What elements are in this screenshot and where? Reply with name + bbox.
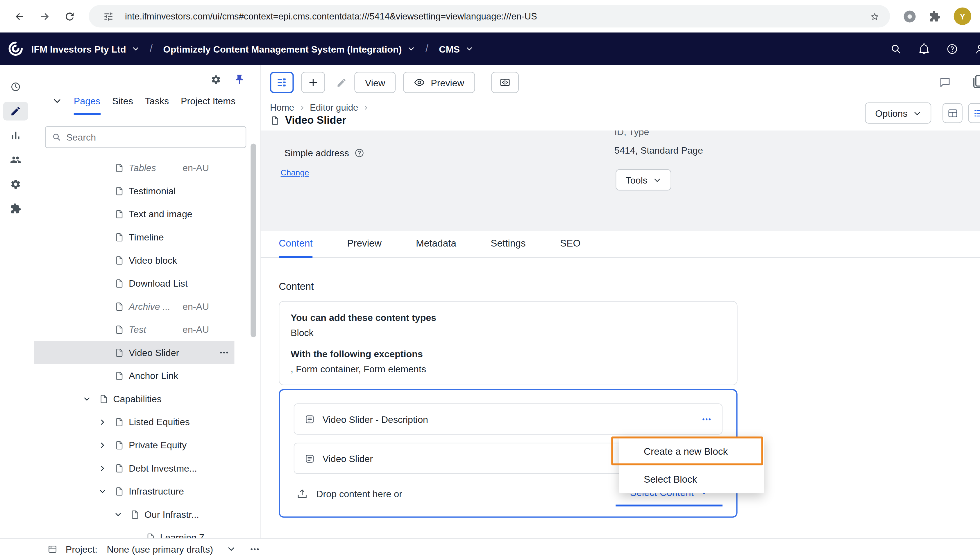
tab-preview[interactable]: Preview <box>347 231 381 258</box>
site-info-icon[interactable] <box>97 5 119 27</box>
project-menu-dots-icon[interactable] <box>249 544 260 554</box>
change-link[interactable]: Change <box>281 168 309 177</box>
browser-refresh-button[interactable] <box>59 5 80 27</box>
edit-pen-icon[interactable] <box>3 102 28 121</box>
profile-icon[interactable] <box>975 43 980 55</box>
content-block-video-slider-description[interactable]: Video Slider - Description <box>294 404 723 435</box>
tree-item-text-and-image[interactable]: Text and image <box>34 202 234 226</box>
tools-button[interactable]: Tools <box>615 169 671 190</box>
tree-item-tables[interactable]: Tablesen-AU <box>34 156 234 179</box>
chevron-down-icon[interactable] <box>98 486 114 496</box>
help-circle-icon[interactable] <box>355 148 365 158</box>
users-icon[interactable] <box>3 150 28 169</box>
tree-item-listed-equities[interactable]: Listed Equities <box>34 410 234 433</box>
breadcrumb-item-home[interactable]: Home <box>270 103 294 112</box>
tree-item-anchor-link[interactable]: Anchor Link <box>34 364 234 387</box>
menu-item-select-block[interactable]: Select Block <box>619 465 764 493</box>
menu-item-create-a-new-block[interactable]: Create a new Block <box>619 437 764 465</box>
page-header: HomeEditor guide Video Slider Options <box>261 100 980 131</box>
search-box[interactable] <box>45 126 246 148</box>
browser-forward-button[interactable] <box>34 5 55 27</box>
tree-item-private-equity[interactable]: Private Equity <box>34 433 234 456</box>
chevron-right-icon[interactable] <box>98 417 114 427</box>
bookmark-star-icon[interactable] <box>864 5 885 27</box>
edit-pencil-icon <box>336 77 347 88</box>
tree-item-learning-7[interactable]: Learning 7 <box>34 526 234 538</box>
tree-item-capabilities[interactable]: Capabilities <box>34 387 234 410</box>
layout-table-view-button[interactable] <box>942 103 963 123</box>
app-header: IFM Investors Pty Ltd / Optimizely Conte… <box>0 33 980 65</box>
pane-tab-sites[interactable]: Sites <box>112 86 133 115</box>
tree-item-testimonial[interactable]: Testimonial <box>34 179 234 202</box>
search-icon[interactable] <box>890 43 902 55</box>
chevron-right-icon <box>362 104 370 111</box>
tab-content[interactable]: Content <box>279 231 313 258</box>
pin-icon[interactable] <box>234 74 245 85</box>
tree-item-label: Learning 7 <box>160 532 204 538</box>
url-text[interactable]: inte.ifminvestors.com/ui/cms#context=epi… <box>125 11 857 21</box>
tree-item-video-block[interactable]: Video block <box>34 248 234 272</box>
tree-item-debt-investme[interactable]: Debt Investme... <box>34 456 234 480</box>
toggle-navigation-tree-button[interactable] <box>270 72 294 93</box>
chevron-right-icon[interactable] <box>98 463 114 473</box>
view-button[interactable]: View <box>354 72 396 93</box>
expand-panes-icon <box>499 77 510 88</box>
tab-metadata[interactable]: Metadata <box>416 231 456 258</box>
extensions-puzzle-icon[interactable] <box>924 5 945 27</box>
scrollbar-thumb[interactable] <box>250 144 256 337</box>
chevron-placeholder <box>98 278 114 288</box>
layout-list-view-button[interactable] <box>968 103 980 123</box>
address-bar[interactable]: inte.ifminvestors.com/ui/cms#context=epi… <box>89 5 890 27</box>
page-file-icon <box>114 163 124 172</box>
upload-icon <box>296 488 308 500</box>
plus-icon <box>307 77 319 88</box>
history-clock-icon[interactable] <box>3 78 28 96</box>
tree-item-label: Private Equity <box>129 440 187 450</box>
add-content-button[interactable] <box>302 72 325 93</box>
pane-settings-gear-icon[interactable] <box>211 74 221 85</box>
versions-copy-icon[interactable] <box>971 74 980 89</box>
context-menu-dots-icon[interactable] <box>219 347 230 358</box>
options-button[interactable]: Options <box>865 103 931 124</box>
comments-bubble-icon[interactable] <box>939 76 951 89</box>
addons-puzzle-icon[interactable] <box>3 199 28 218</box>
chevron-right-icon[interactable] <box>98 440 114 450</box>
browser-back-button[interactable] <box>9 5 30 27</box>
tree-item-video-slider[interactable]: Video Slider <box>34 341 234 364</box>
content-tab-bar: ContentPreviewMetadataSettingsSEO <box>261 231 980 258</box>
pane-tab-pages[interactable]: Pages <box>74 86 100 115</box>
browser-extension-icon[interactable] <box>899 5 920 27</box>
pane-tab-tasks[interactable]: Tasks <box>145 86 169 115</box>
project-value[interactable]: None (use primary drafts) <box>107 544 213 554</box>
search-input[interactable] <box>66 132 239 142</box>
help-icon[interactable] <box>946 43 958 55</box>
tree-item-our-infrastr[interactable]: Our Infrastr... <box>34 503 234 526</box>
product-switcher[interactable]: Optimizely Content Management System (In… <box>163 43 415 54</box>
org-switcher[interactable]: IFM Investors Pty Ltd <box>32 43 139 54</box>
tree-item-archive[interactable]: Archive ...en-AU <box>34 295 234 318</box>
admin-gear-icon[interactable] <box>3 175 28 194</box>
simple-address-row: Simple address <box>284 147 365 158</box>
tree-item-infrastructure[interactable]: Infrastructure <box>34 480 234 503</box>
pane-tab-project-items[interactable]: Project Items <box>181 86 235 115</box>
tree-item-test[interactable]: Testen-AU <box>34 318 234 341</box>
section-switcher[interactable]: CMS <box>439 43 473 54</box>
preview-button[interactable]: Preview <box>403 72 475 93</box>
browser-profile-avatar[interactable]: Y <box>954 8 971 25</box>
reports-chart-icon[interactable] <box>3 126 28 145</box>
chevron-down-icon[interactable] <box>227 544 235 553</box>
chevron-down-icon[interactable] <box>83 394 99 404</box>
block-icon <box>304 414 315 425</box>
notifications-bell-icon[interactable] <box>918 43 930 55</box>
breadcrumb-item-editor-guide[interactable]: Editor guide <box>310 103 358 112</box>
chevron-down-icon[interactable] <box>114 509 130 519</box>
tree-item-download-list[interactable]: Download List <box>34 271 234 295</box>
collapse-chevron-down-icon[interactable] <box>53 96 62 105</box>
tab-seo[interactable]: SEO <box>560 231 580 258</box>
tree-item-timeline[interactable]: Timeline <box>34 225 234 248</box>
optimizely-logo-icon[interactable] <box>0 41 32 57</box>
page-file-icon <box>99 394 109 404</box>
tab-settings[interactable]: Settings <box>491 231 526 258</box>
block-menu-dots-icon[interactable] <box>701 414 712 425</box>
toggle-panes-button[interactable] <box>491 72 519 93</box>
